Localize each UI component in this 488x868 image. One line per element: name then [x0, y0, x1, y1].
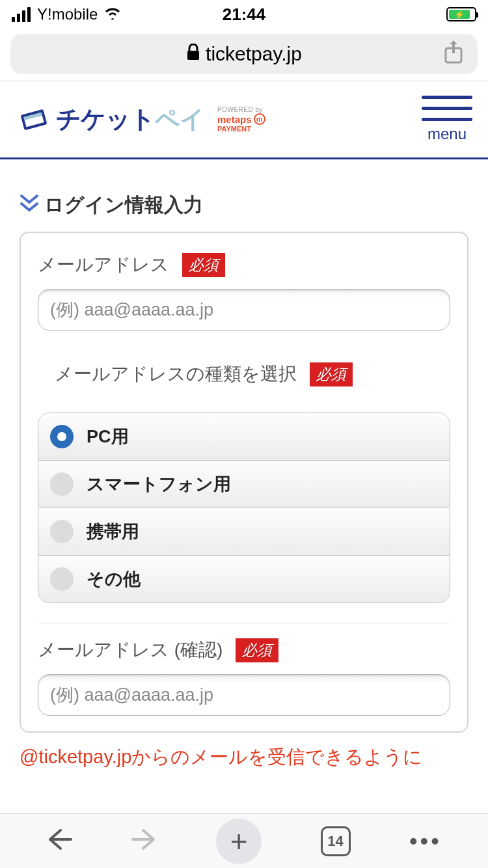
menu-button[interactable]: menu [422, 96, 472, 143]
radio-label: その他 [87, 567, 141, 591]
status-right: ⚡ [446, 7, 476, 21]
url-bar[interactable]: ticketpay.jp [10, 34, 478, 74]
chevrons-down-icon [20, 193, 39, 217]
required-badge: 必須 [182, 253, 225, 277]
status-left: Y!mobile [12, 5, 121, 23]
radio-label: スマートフォン用 [87, 472, 231, 496]
browser-toolbar: + 14 ••• [0, 813, 488, 868]
tab-count: 14 [327, 833, 343, 850]
powered-by: POWERED by metaps m PAYMENT [217, 106, 265, 133]
share-icon[interactable] [444, 39, 463, 69]
radio-option-mobile[interactable]: 携帯用 [38, 508, 450, 556]
radio-option-other[interactable]: その他 [38, 556, 450, 603]
email-type-label: メールアドレスの種類を選択 [55, 362, 297, 387]
email-confirm-input[interactable] [38, 674, 450, 716]
radio-label: 携帯用 [87, 520, 139, 543]
menu-label: menu [427, 125, 467, 143]
email-type-label-row: メールアドレスの種類を選択 必須 [55, 362, 450, 387]
radio-icon [50, 520, 74, 543]
email-input[interactable] [38, 289, 450, 331]
svg-rect-0 [187, 51, 199, 60]
email-confirm-label-row: メールアドレス (確認) 必須 [38, 638, 450, 662]
radio-label: PC用 [87, 425, 129, 448]
email-label: メールアドレス [38, 252, 169, 277]
email-type-radio-group: PC用 スマートフォン用 携帯用 その他 [38, 413, 450, 603]
back-button[interactable] [46, 825, 72, 858]
required-badge: 必須 [236, 638, 278, 662]
radio-icon [50, 567, 74, 591]
lock-icon [186, 44, 200, 64]
app-header: チケットペイ POWERED by metaps m PAYMENT menu [0, 81, 488, 159]
section-title-text: ログイン情報入力 [44, 192, 203, 219]
page-content: ログイン情報入力 メールアドレス 必須 メールアドレスの種類を選択 必須 PC用… [0, 159, 488, 733]
radio-option-smartphone[interactable]: スマートフォン用 [38, 461, 450, 508]
signal-icon [12, 7, 31, 22]
more-button[interactable]: ••• [409, 828, 442, 855]
section-title: ログイン情報入力 [20, 192, 468, 219]
url-bar-container: ticketpay.jp [0, 29, 488, 81]
email-confirm-label: メールアドレス (確認) [38, 638, 223, 662]
new-tab-button[interactable]: + [216, 819, 262, 864]
notice-text: @ticketpay.jpからのメールを受信できるように [0, 733, 488, 772]
radio-option-pc[interactable]: PC用 [38, 413, 450, 461]
email-label-row: メールアドレス 必須 [38, 252, 450, 277]
required-badge: 必須 [310, 362, 353, 387]
forward-button[interactable] [131, 825, 157, 858]
logo-text: チケットペイ [56, 103, 204, 136]
carrier-label: Y!mobile [37, 5, 98, 23]
url-domain: ticketpay.jp [206, 43, 302, 65]
hamburger-icon [422, 96, 472, 121]
radio-icon [50, 425, 74, 448]
radio-icon [50, 472, 74, 496]
form-card: メールアドレス 必須 メールアドレスの種類を選択 必須 PC用 スマートフォン用… [20, 232, 468, 733]
battery-icon: ⚡ [446, 7, 476, 21]
ticket-icon [15, 100, 53, 139]
divider [38, 623, 450, 623]
wifi-icon [104, 5, 121, 23]
tabs-button[interactable]: 14 [321, 826, 351, 856]
clock: 21:44 [223, 5, 266, 25]
status-bar: Y!mobile 21:44 ⚡ [0, 0, 488, 29]
logo[interactable]: チケットペイ POWERED by metaps m PAYMENT [18, 103, 265, 136]
